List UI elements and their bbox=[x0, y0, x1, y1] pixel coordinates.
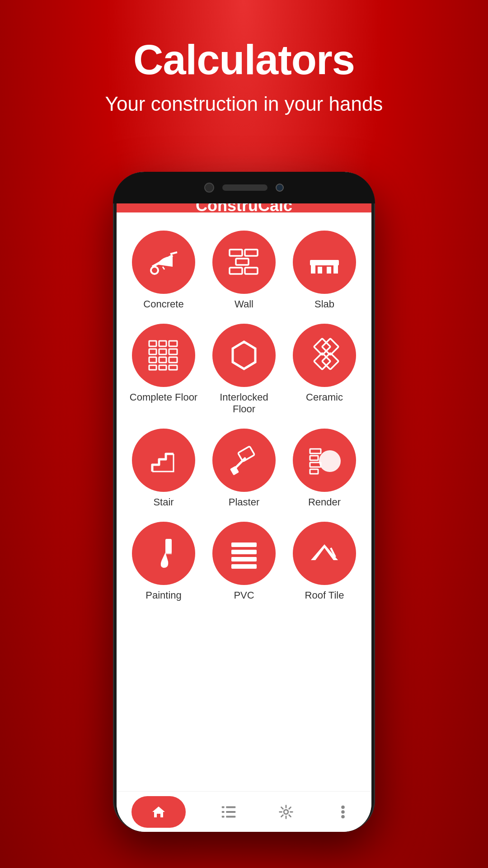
grid-item-interlocked-floor[interactable]: Interlocked Floor bbox=[206, 319, 282, 420]
grid-item-wall[interactable]: Wall bbox=[206, 226, 282, 315]
plaster-label: Plaster bbox=[229, 496, 259, 508]
roof-tile-label: Roof Tile bbox=[305, 590, 344, 601]
page-subtitle: Your construction in your hands bbox=[0, 93, 488, 115]
svg-rect-43 bbox=[231, 550, 257, 554]
roof-tile-icon bbox=[306, 535, 343, 571]
painting-icon bbox=[145, 535, 182, 571]
phone-mockup: ConstruCalc bbox=[113, 172, 375, 832]
svg-rect-53 bbox=[222, 816, 225, 817]
svg-rect-42 bbox=[231, 542, 257, 547]
painting-label: Painting bbox=[145, 590, 182, 601]
wall-icon bbox=[226, 244, 262, 280]
svg-rect-32 bbox=[230, 466, 239, 476]
svg-rect-52 bbox=[226, 811, 235, 813]
grid-item-complete-floor[interactable]: Complete Floor bbox=[126, 319, 202, 420]
roof-tile-icon-circle bbox=[293, 522, 356, 585]
svg-rect-24 bbox=[169, 365, 177, 370]
svg-rect-13 bbox=[149, 341, 156, 346]
svg-rect-4 bbox=[245, 250, 258, 256]
stair-icon bbox=[145, 442, 182, 478]
svg-rect-18 bbox=[169, 349, 177, 354]
svg-point-58 bbox=[341, 815, 345, 818]
interlocked-floor-label: Interlocked Floor bbox=[208, 392, 280, 415]
camera-icon bbox=[204, 183, 214, 193]
grid-item-pvc[interactable]: PVC bbox=[206, 517, 282, 606]
ceramic-icon-circle bbox=[293, 324, 356, 387]
slab-icon bbox=[306, 244, 343, 280]
pvc-icon bbox=[226, 535, 262, 571]
complete-floor-icon-circle bbox=[132, 324, 195, 387]
render-label: Render bbox=[308, 496, 341, 508]
svg-rect-3 bbox=[230, 250, 242, 256]
more-dots-icon bbox=[334, 803, 352, 821]
svg-rect-22 bbox=[149, 365, 156, 370]
svg-line-2 bbox=[170, 252, 177, 254]
svg-point-56 bbox=[341, 805, 345, 809]
svg-rect-16 bbox=[149, 349, 156, 354]
app-grid-content[interactable]: Concrete bbox=[117, 212, 371, 791]
svg-rect-12 bbox=[310, 260, 339, 265]
plaster-icon bbox=[226, 442, 262, 478]
svg-rect-7 bbox=[245, 268, 258, 274]
grid-item-roof-tile[interactable]: Roof Tile bbox=[286, 517, 362, 606]
svg-rect-19 bbox=[149, 357, 156, 363]
bottom-nav bbox=[117, 791, 371, 832]
ceramic-icon bbox=[306, 337, 343, 373]
phone-notch-bar bbox=[113, 172, 375, 203]
concrete-label: Concrete bbox=[143, 298, 183, 310]
concrete-icon-circle bbox=[132, 231, 195, 294]
complete-floor-label: Complete Floor bbox=[130, 392, 197, 403]
interlocked-floor-icon-circle bbox=[212, 324, 276, 387]
grid-item-concrete[interactable]: Concrete bbox=[126, 226, 202, 315]
svg-rect-44 bbox=[231, 557, 257, 561]
slab-icon-circle bbox=[293, 231, 356, 294]
concrete-icon bbox=[145, 244, 182, 280]
list-icon bbox=[220, 803, 238, 821]
phone-screen: ConstruCalc bbox=[117, 172, 371, 832]
phone-frame: ConstruCalc bbox=[113, 172, 375, 832]
grid-item-slab[interactable]: Slab bbox=[286, 226, 362, 315]
svg-rect-5 bbox=[236, 259, 249, 265]
svg-rect-21 bbox=[169, 357, 177, 363]
svg-rect-11 bbox=[333, 264, 338, 274]
nav-more-button[interactable] bbox=[329, 798, 357, 826]
gear-icon bbox=[277, 803, 295, 821]
selfie-camera-icon bbox=[276, 184, 284, 192]
svg-point-55 bbox=[284, 810, 288, 814]
svg-rect-49 bbox=[222, 806, 225, 808]
svg-rect-8 bbox=[311, 264, 315, 274]
svg-rect-15 bbox=[169, 341, 177, 346]
plaster-icon-circle bbox=[212, 429, 276, 492]
ceramic-label: Ceramic bbox=[306, 392, 343, 403]
svg-rect-23 bbox=[159, 365, 166, 370]
grid-item-stair[interactable]: Stair bbox=[126, 424, 202, 513]
interlocked-floor-icon bbox=[226, 337, 262, 373]
render-icon-circle bbox=[293, 429, 356, 492]
grid-item-plaster[interactable]: Plaster bbox=[206, 424, 282, 513]
svg-point-57 bbox=[341, 810, 345, 814]
svg-point-1 bbox=[151, 267, 158, 274]
grid-item-painting[interactable]: Painting bbox=[126, 517, 202, 606]
stair-label: Stair bbox=[153, 496, 174, 508]
svg-marker-25 bbox=[233, 342, 255, 369]
svg-rect-14 bbox=[159, 341, 166, 346]
svg-rect-51 bbox=[222, 811, 225, 813]
svg-rect-50 bbox=[226, 806, 235, 808]
svg-point-39 bbox=[319, 450, 341, 472]
wall-label: Wall bbox=[235, 298, 253, 310]
svg-rect-20 bbox=[159, 357, 166, 363]
page-title: Calculators bbox=[0, 36, 488, 84]
grid-item-render[interactable]: Render bbox=[286, 424, 362, 513]
svg-rect-17 bbox=[159, 349, 166, 354]
slab-label: Slab bbox=[314, 298, 334, 310]
svg-rect-30 bbox=[238, 446, 255, 462]
home-icon bbox=[150, 804, 167, 820]
page-background: Calculators Your construction in your ha… bbox=[0, 0, 488, 115]
grid-item-ceramic[interactable]: Ceramic bbox=[286, 319, 362, 420]
nav-list-button[interactable] bbox=[216, 798, 243, 826]
pvc-icon-circle bbox=[212, 522, 276, 585]
svg-rect-41 bbox=[165, 552, 172, 554]
nav-home-button[interactable] bbox=[131, 796, 186, 828]
nav-settings-button[interactable] bbox=[272, 798, 300, 826]
speaker-grill bbox=[222, 184, 267, 191]
